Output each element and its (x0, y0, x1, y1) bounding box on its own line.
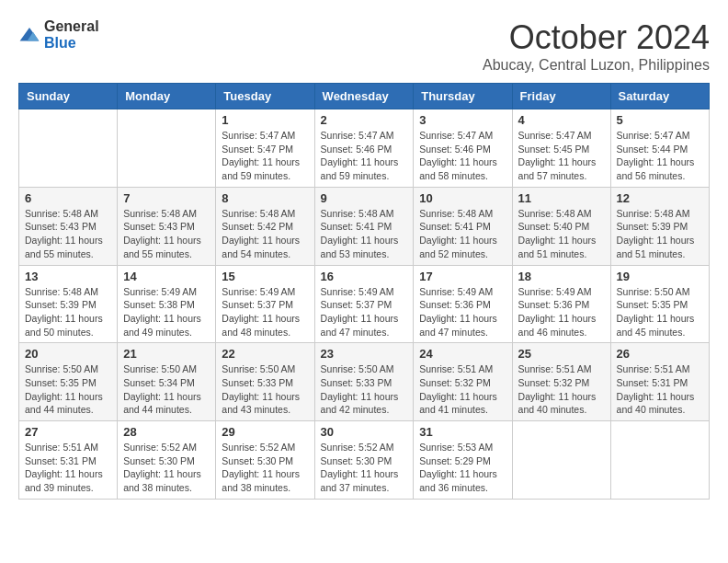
calendar-week-row: 1Sunrise: 5:47 AM Sunset: 5:47 PM Daylig… (19, 109, 710, 188)
day-number: 6 (25, 191, 111, 205)
day-info: Sunrise: 5:51 AM Sunset: 5:32 PM Dayligh… (419, 362, 506, 417)
day-number: 25 (518, 347, 605, 361)
day-info: Sunrise: 5:48 AM Sunset: 5:42 PM Dayligh… (222, 207, 308, 261)
calendar-cell: 12Sunrise: 5:48 AM Sunset: 5:39 PM Dayli… (610, 187, 709, 265)
day-info: Sunrise: 5:48 AM Sunset: 5:43 PM Dayligh… (123, 207, 210, 261)
calendar-cell (512, 421, 610, 500)
calendar-cell: 6Sunrise: 5:48 AM Sunset: 5:43 PM Daylig… (19, 187, 118, 265)
calendar-cell: 20Sunrise: 5:50 AM Sunset: 5:35 PM Dayli… (19, 343, 118, 421)
day-number: 11 (518, 191, 605, 205)
column-header-tuesday: Tuesday (216, 84, 314, 109)
day-number: 8 (222, 191, 308, 205)
day-number: 19 (617, 270, 703, 283)
day-number: 15 (222, 270, 308, 283)
day-info: Sunrise: 5:50 AM Sunset: 5:34 PM Dayligh… (123, 362, 210, 417)
calendar-week-row: 20Sunrise: 5:50 AM Sunset: 5:35 PM Dayli… (19, 343, 710, 421)
day-number: 10 (419, 191, 506, 205)
calendar-cell (19, 109, 118, 188)
column-header-friday: Friday (512, 84, 610, 109)
title-area: October 2024 Abucay, Central Luzon, Phil… (483, 18, 710, 74)
day-info: Sunrise: 5:48 AM Sunset: 5:43 PM Dayligh… (25, 207, 111, 261)
calendar-cell: 2Sunrise: 5:47 AM Sunset: 5:46 PM Daylig… (314, 109, 414, 188)
month-title: October 2024 (483, 18, 710, 57)
calendar-cell: 24Sunrise: 5:51 AM Sunset: 5:32 PM Dayli… (414, 343, 512, 421)
calendar-cell: 1Sunrise: 5:47 AM Sunset: 5:47 PM Daylig… (216, 109, 314, 188)
calendar-cell: 30Sunrise: 5:52 AM Sunset: 5:30 PM Dayli… (314, 421, 414, 500)
day-number: 30 (321, 425, 408, 439)
logo-icon (18, 26, 40, 44)
day-info: Sunrise: 5:48 AM Sunset: 5:39 PM Dayligh… (25, 285, 111, 339)
day-info: Sunrise: 5:50 AM Sunset: 5:33 PM Dayligh… (222, 362, 308, 417)
day-number: 18 (518, 270, 605, 283)
calendar-cell: 21Sunrise: 5:50 AM Sunset: 5:34 PM Dayli… (118, 343, 216, 421)
day-number: 5 (617, 113, 703, 127)
day-info: Sunrise: 5:47 AM Sunset: 5:46 PM Dayligh… (321, 129, 408, 183)
column-header-monday: Monday (118, 84, 216, 109)
column-header-thursday: Thursday (414, 84, 512, 109)
calendar-cell: 3Sunrise: 5:47 AM Sunset: 5:46 PM Daylig… (414, 109, 512, 188)
day-number: 9 (321, 191, 408, 205)
day-info: Sunrise: 5:47 AM Sunset: 5:46 PM Dayligh… (419, 129, 506, 183)
day-number: 20 (25, 347, 111, 361)
day-number: 27 (25, 425, 111, 439)
calendar-cell: 15Sunrise: 5:49 AM Sunset: 5:37 PM Dayli… (216, 265, 314, 343)
calendar-cell: 9Sunrise: 5:48 AM Sunset: 5:41 PM Daylig… (314, 187, 414, 265)
day-info: Sunrise: 5:51 AM Sunset: 5:31 PM Dayligh… (617, 362, 703, 417)
day-number: 31 (419, 425, 506, 439)
day-info: Sunrise: 5:49 AM Sunset: 5:37 PM Dayligh… (222, 285, 308, 339)
calendar-cell: 27Sunrise: 5:51 AM Sunset: 5:31 PM Dayli… (19, 421, 118, 500)
calendar-cell: 7Sunrise: 5:48 AM Sunset: 5:43 PM Daylig… (118, 187, 216, 265)
day-info: Sunrise: 5:48 AM Sunset: 5:41 PM Dayligh… (321, 207, 408, 261)
day-number: 13 (25, 270, 111, 283)
day-info: Sunrise: 5:48 AM Sunset: 5:39 PM Dayligh… (617, 207, 703, 261)
day-number: 17 (419, 270, 506, 283)
calendar-cell: 5Sunrise: 5:47 AM Sunset: 5:44 PM Daylig… (610, 109, 709, 188)
day-number: 26 (617, 347, 703, 361)
day-info: Sunrise: 5:51 AM Sunset: 5:31 PM Dayligh… (25, 441, 111, 495)
day-number: 29 (222, 425, 308, 439)
column-header-sunday: Sunday (19, 84, 118, 109)
calendar-cell (610, 421, 709, 500)
calendar-cell: 25Sunrise: 5:51 AM Sunset: 5:32 PM Dayli… (512, 343, 610, 421)
day-number: 12 (617, 191, 703, 205)
calendar-cell: 11Sunrise: 5:48 AM Sunset: 5:40 PM Dayli… (512, 187, 610, 265)
calendar-cell: 18Sunrise: 5:49 AM Sunset: 5:36 PM Dayli… (512, 265, 610, 343)
calendar-cell: 14Sunrise: 5:49 AM Sunset: 5:38 PM Dayli… (118, 265, 216, 343)
logo: General Blue (18, 18, 99, 52)
day-info: Sunrise: 5:48 AM Sunset: 5:41 PM Dayligh… (419, 207, 506, 261)
day-number: 7 (123, 191, 210, 205)
day-info: Sunrise: 5:52 AM Sunset: 5:30 PM Dayligh… (321, 441, 408, 495)
day-info: Sunrise: 5:47 AM Sunset: 5:47 PM Dayligh… (222, 129, 308, 183)
day-number: 14 (123, 270, 210, 283)
day-info: Sunrise: 5:49 AM Sunset: 5:37 PM Dayligh… (321, 285, 408, 339)
day-info: Sunrise: 5:50 AM Sunset: 5:33 PM Dayligh… (321, 362, 408, 417)
calendar-cell: 31Sunrise: 5:53 AM Sunset: 5:29 PM Dayli… (414, 421, 512, 500)
day-info: Sunrise: 5:48 AM Sunset: 5:40 PM Dayligh… (518, 207, 605, 261)
column-header-saturday: Saturday (610, 84, 709, 109)
day-number: 1 (222, 113, 308, 127)
calendar-cell (118, 109, 216, 188)
day-number: 24 (419, 347, 506, 361)
calendar-header-row: SundayMondayTuesdayWednesdayThursdayFrid… (19, 84, 710, 109)
day-info: Sunrise: 5:52 AM Sunset: 5:30 PM Dayligh… (222, 441, 308, 495)
day-number: 23 (321, 347, 408, 361)
calendar-week-row: 27Sunrise: 5:51 AM Sunset: 5:31 PM Dayli… (19, 421, 710, 500)
day-info: Sunrise: 5:49 AM Sunset: 5:38 PM Dayligh… (123, 285, 210, 339)
day-info: Sunrise: 5:51 AM Sunset: 5:32 PM Dayligh… (518, 362, 605, 417)
calendar-week-row: 13Sunrise: 5:48 AM Sunset: 5:39 PM Dayli… (19, 265, 710, 343)
calendar-week-row: 6Sunrise: 5:48 AM Sunset: 5:43 PM Daylig… (19, 187, 710, 265)
calendar-cell: 4Sunrise: 5:47 AM Sunset: 5:45 PM Daylig… (512, 109, 610, 188)
calendar-table: SundayMondayTuesdayWednesdayThursdayFrid… (18, 83, 710, 500)
page-header: General Blue October 2024 Abucay, Centra… (18, 18, 710, 74)
calendar-cell: 13Sunrise: 5:48 AM Sunset: 5:39 PM Dayli… (19, 265, 118, 343)
day-info: Sunrise: 5:52 AM Sunset: 5:30 PM Dayligh… (123, 441, 210, 495)
calendar-cell: 23Sunrise: 5:50 AM Sunset: 5:33 PM Dayli… (314, 343, 414, 421)
calendar-cell: 16Sunrise: 5:49 AM Sunset: 5:37 PM Dayli… (314, 265, 414, 343)
day-number: 3 (419, 113, 506, 127)
day-info: Sunrise: 5:47 AM Sunset: 5:44 PM Dayligh… (617, 129, 703, 183)
day-info: Sunrise: 5:50 AM Sunset: 5:35 PM Dayligh… (617, 285, 703, 339)
day-info: Sunrise: 5:49 AM Sunset: 5:36 PM Dayligh… (419, 285, 506, 339)
calendar-body: 1Sunrise: 5:47 AM Sunset: 5:47 PM Daylig… (19, 109, 710, 500)
logo-text-blue: Blue (44, 35, 76, 51)
calendar-cell: 26Sunrise: 5:51 AM Sunset: 5:31 PM Dayli… (610, 343, 709, 421)
